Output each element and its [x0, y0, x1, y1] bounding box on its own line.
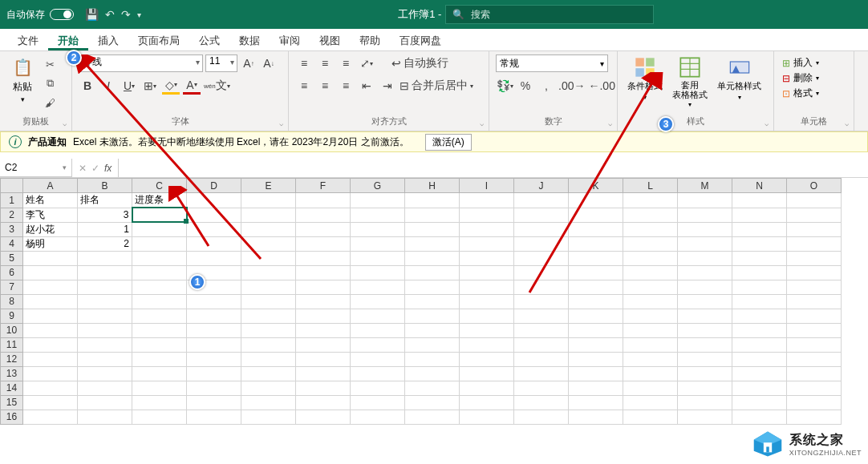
cell-O6[interactable]	[787, 265, 842, 280]
cell-B9[interactable]	[78, 309, 132, 323]
cell-C15[interactable]	[132, 395, 187, 410]
col-header-F[interactable]: F	[296, 179, 351, 193]
redo-icon[interactable]: ↷	[121, 8, 131, 21]
activate-button[interactable]: 激活(A)	[425, 134, 472, 151]
italic-button[interactable]: I	[99, 77, 117, 95]
align-middle-icon[interactable]: ≡	[316, 54, 334, 72]
cell-F3[interactable]	[296, 222, 351, 236]
underline-button[interactable]: U▾	[120, 77, 138, 95]
cell-O13[interactable]	[787, 366, 842, 381]
cell-K11[interactable]	[569, 337, 623, 352]
cell-B2[interactable]: 3	[78, 208, 132, 222]
search-box[interactable]: 🔍 搜索	[445, 5, 654, 24]
cell-L6[interactable]	[623, 265, 678, 280]
cell-M13[interactable]	[678, 366, 732, 381]
cell-H4[interactable]	[405, 236, 460, 251]
cell-K3[interactable]	[569, 222, 623, 236]
cell-E5[interactable]	[241, 251, 296, 265]
cell-E13[interactable]	[241, 366, 296, 381]
cell-M4[interactable]	[678, 236, 732, 251]
align-top-icon[interactable]: ≡	[295, 54, 313, 72]
increase-indent-icon[interactable]: ⇥	[379, 77, 396, 95]
cell-B16[interactable]	[78, 410, 132, 424]
cell-C16[interactable]	[132, 410, 187, 424]
cell-E8[interactable]	[241, 294, 296, 309]
cell-B12[interactable]	[78, 352, 132, 366]
undo-icon[interactable]: ↶	[105, 8, 115, 21]
cell-B15[interactable]	[78, 395, 132, 410]
cell-F11[interactable]	[296, 337, 351, 352]
cell-I10[interactable]	[460, 323, 514, 337]
cell-E7[interactable]	[241, 280, 296, 294]
formula-bar[interactable]	[118, 159, 868, 177]
tab-insert[interactable]: 插入	[88, 29, 128, 50]
qat-dropdown-icon[interactable]: ▾	[137, 10, 141, 19]
cell-H3[interactable]	[405, 222, 460, 236]
cell-F16[interactable]	[296, 410, 351, 424]
cell-G9[interactable]	[351, 309, 405, 323]
cell-J6[interactable]	[514, 265, 569, 280]
decrease-indent-icon[interactable]: ⇤	[358, 77, 375, 95]
cell-styles-button[interactable]: 单元格样式 ▾	[714, 54, 765, 103]
cell-N11[interactable]	[732, 337, 787, 352]
col-header-O[interactable]: O	[787, 179, 842, 193]
row-header-3[interactable]: 3	[1, 222, 23, 236]
cell-J2[interactable]	[514, 208, 569, 222]
cell-C14[interactable]	[132, 381, 187, 395]
font-color-button[interactable]: A▾	[183, 77, 201, 95]
cell-C8[interactable]	[132, 294, 187, 309]
select-all-corner[interactable]	[1, 179, 23, 193]
cell-M9[interactable]	[678, 309, 732, 323]
cell-A14[interactable]	[23, 381, 78, 395]
cell-J3[interactable]	[514, 222, 569, 236]
cell-C4[interactable]	[132, 236, 187, 251]
cell-N16[interactable]	[732, 410, 787, 424]
cell-N15[interactable]	[732, 395, 787, 410]
cell-C5[interactable]	[132, 251, 187, 265]
cell-I16[interactable]	[460, 410, 514, 424]
cell-F6[interactable]	[296, 265, 351, 280]
format-cells-button[interactable]: ⊡格式▾	[782, 87, 819, 100]
tab-baidu[interactable]: 百度网盘	[390, 29, 451, 50]
col-header-D[interactable]: D	[187, 179, 241, 193]
cell-N8[interactable]	[732, 294, 787, 309]
cell-N6[interactable]	[732, 265, 787, 280]
cell-D10[interactable]	[187, 323, 241, 337]
cell-E16[interactable]	[241, 410, 296, 424]
orientation-icon[interactable]: ⤢▾	[358, 54, 375, 72]
cell-A9[interactable]	[23, 309, 78, 323]
autosave-toggle[interactable]: 自动保存	[6, 8, 74, 22]
cell-J10[interactable]	[514, 323, 569, 337]
col-header-E[interactable]: E	[241, 179, 296, 193]
decrease-decimal-icon[interactable]: ←.00	[588, 77, 614, 95]
cell-O9[interactable]	[787, 309, 842, 323]
cell-E12[interactable]	[241, 352, 296, 366]
cell-J14[interactable]	[514, 381, 569, 395]
row-header-11[interactable]: 11	[1, 337, 23, 352]
cell-I15[interactable]	[460, 395, 514, 410]
cell-H9[interactable]	[405, 309, 460, 323]
cell-C7[interactable]	[132, 280, 187, 294]
cell-A15[interactable]	[23, 395, 78, 410]
cell-L11[interactable]	[623, 337, 678, 352]
cell-M16[interactable]	[678, 410, 732, 424]
cell-N14[interactable]	[732, 381, 787, 395]
decrease-font-icon[interactable]: A↓	[260, 54, 278, 72]
cell-M12[interactable]	[678, 352, 732, 366]
tab-formulas[interactable]: 公式	[189, 29, 229, 50]
tab-file[interactable]: 文件	[8, 29, 48, 50]
cell-G6[interactable]	[351, 265, 405, 280]
cell-I8[interactable]	[460, 294, 514, 309]
cell-L3[interactable]	[623, 222, 678, 236]
toggle-icon[interactable]	[50, 9, 74, 20]
cell-C12[interactable]	[132, 352, 187, 366]
cell-O11[interactable]	[787, 337, 842, 352]
paste-button[interactable]: 📋 粘贴 ▾	[6, 54, 39, 105]
cell-F10[interactable]	[296, 323, 351, 337]
cell-M10[interactable]	[678, 323, 732, 337]
cell-J12[interactable]	[514, 352, 569, 366]
cell-E11[interactable]	[241, 337, 296, 352]
merge-center-button[interactable]: ⊟合并后居中▾	[400, 77, 473, 95]
cell-N4[interactable]	[732, 236, 787, 251]
cell-H5[interactable]	[405, 251, 460, 265]
